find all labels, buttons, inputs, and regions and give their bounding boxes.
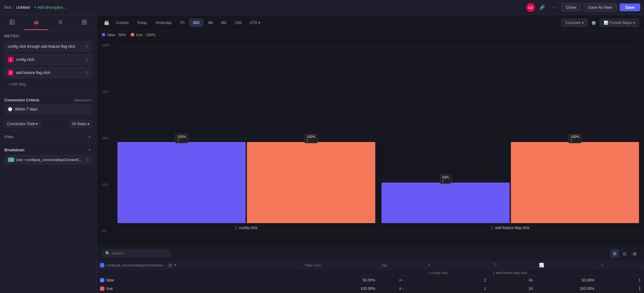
more-icon[interactable]: ···: [549, 3, 559, 12]
save-button[interactable]: Save: [620, 3, 640, 11]
table-row: ✓ false 50.00% - 2 4s 50.00%: [97, 276, 644, 285]
time-12m[interactable]: 12M: [231, 19, 245, 27]
step-item-1[interactable]: 1 config click ⋮: [4, 54, 92, 65]
compare-button[interactable]: Compare ▾: [561, 19, 588, 27]
step-1-menu[interactable]: ⋮: [85, 57, 89, 62]
within-days-item[interactable]: 🕐 Within 7 days: [4, 104, 92, 114]
time-yesterday[interactable]: Yesterday: [152, 19, 175, 27]
step-total-spacer: [301, 270, 378, 276]
time-3m[interactable]: 3M: [204, 19, 217, 27]
chart-icon: 📊: [604, 21, 608, 25]
tab-chart-icon[interactable]: [24, 15, 48, 30]
y-label-50: 50%: [102, 136, 114, 140]
breadcrumb: Test / Untitled: [4, 5, 30, 10]
metric-section: Metric config click through add feature …: [0, 30, 97, 92]
within-days-label: Within 7 days: [15, 107, 37, 111]
time-6m[interactable]: 6M: [217, 19, 230, 27]
breadcrumb-sep: /: [13, 5, 14, 10]
compare-chevron: ▾: [582, 21, 584, 25]
right-panel: 📅 Custom Today Yesterday 7D 30D 3M 6M 12…: [97, 15, 644, 293]
time-custom[interactable]: Custom: [112, 19, 132, 27]
sig-dash-true: -: [402, 286, 404, 291]
y-label-100: 100%: [102, 43, 114, 47]
row-false-sig: -: [378, 276, 425, 285]
breakdown-row: Breakdown ＋: [0, 143, 97, 155]
tab-icons: [0, 15, 97, 30]
row-false-step2-rate: 50.00%: [536, 276, 598, 285]
breakdown-add-button[interactable]: ＋: [87, 147, 92, 153]
advanced-button[interactable]: Advanced ▾: [74, 98, 92, 102]
row-true-total: 100.00%: [301, 285, 378, 293]
step-1-number: 1: [235, 226, 237, 230]
breadcrumb-root: Test: [4, 5, 11, 10]
breakdown-item-label: User • configcat_connectedAppCheckerEn..…: [16, 158, 83, 162]
col-name-text: configcat_connectedAppCheckerEna...: [106, 263, 166, 267]
table-view-icons: ⊞ ▤ ▦: [610, 249, 639, 258]
view-wide-icon[interactable]: ▦: [630, 249, 639, 258]
funnel-steps-button[interactable]: 📊 Funnel Steps ▾: [600, 19, 639, 27]
view-compact-icon[interactable]: ▤: [620, 249, 629, 258]
all-steps-button[interactable]: All Steps ▾: [69, 120, 92, 128]
step2-section-header: 2 add feature flag click: [490, 270, 644, 276]
bar-tooltip-step1-true: 100%1: [304, 134, 317, 143]
breakdown-item[interactable]: User • configcat_connectedAppCheckerEn..…: [4, 155, 92, 164]
settings-icon[interactable]: ⚙️: [589, 18, 598, 27]
step-1-chart-name: config click: [239, 226, 257, 230]
step-2-menu[interactable]: ⋮: [85, 71, 89, 75]
step-sig-spacer: [378, 270, 425, 276]
bar-step2-false: 50%1: [382, 183, 510, 223]
step-col-label: [97, 270, 301, 276]
sig-dot-true: [399, 287, 402, 290]
add-step-button[interactable]: + Add Step: [4, 80, 92, 88]
svg-rect-5: [36, 21, 37, 24]
save-as-button[interactable]: Save As New: [583, 3, 617, 12]
tab-grid-icon[interactable]: [72, 15, 97, 30]
col-expand-count[interactable]: 2: [167, 263, 172, 267]
breakdown-item-menu[interactable]: ⋮: [85, 158, 89, 162]
col-sig-text: Sig.: [382, 263, 387, 267]
col-expand-icon[interactable]: ▾: [174, 263, 176, 267]
step-2-label-row: 2 add feature flag click: [491, 226, 529, 230]
step1-count-header: #: [425, 261, 489, 270]
conversion-rate-row: Conversion Rate ▾ All Steps ▾: [0, 117, 97, 130]
view-table-icon[interactable]: ⊞: [610, 249, 619, 258]
row-false-total: 50.00%: [301, 276, 378, 285]
step2-time-header: ⏱: [490, 261, 536, 270]
search-container[interactable]: 🔍: [102, 249, 171, 257]
row-true-sig: -: [378, 285, 425, 293]
conversion-rate-button[interactable]: Conversion Rate ▾: [4, 120, 41, 128]
step-2-name: add feature flag click: [16, 71, 50, 75]
funnel-name-item[interactable]: config click through add feature flag cl…: [4, 42, 92, 51]
table-row: ✓ true 100.00% - 1 2d 100.00%: [97, 285, 644, 293]
chart-area: 100% 75% 50% 25% 0%: [97, 37, 644, 246]
bar-step1-false: 100%2: [117, 142, 246, 223]
row-false-checkbox[interactable]: ✓: [100, 278, 104, 282]
step-item-2[interactable]: 2 add feature flag click ⋮: [4, 67, 92, 78]
xtd-chevron: ▾: [258, 21, 260, 25]
bar-step2-true: 100%1: [511, 142, 639, 223]
time-today[interactable]: Today: [133, 19, 150, 27]
filter-row: Filter ＋: [0, 130, 97, 143]
row-true-checkbox[interactable]: ✓: [100, 286, 104, 291]
tab-list-icon[interactable]: [48, 15, 72, 30]
tab-table-icon[interactable]: [0, 15, 24, 30]
step-2-number: 2: [491, 226, 493, 230]
search-input[interactable]: [112, 251, 162, 256]
time-xtd[interactable]: XTD ▾: [246, 19, 263, 27]
chevron-down-icon-as: ▾: [87, 122, 89, 126]
close-button[interactable]: Close: [561, 3, 581, 12]
add-description[interactable]: + Add description...: [34, 5, 66, 10]
row-true-name: ✓ true: [97, 285, 301, 293]
time-30d[interactable]: 30D: [189, 19, 203, 27]
row-false-step2-time: 4s: [490, 276, 536, 285]
header-checkbox[interactable]: [100, 263, 104, 267]
legend-true-dot: [131, 33, 134, 36]
time-7d[interactable]: 7D: [176, 19, 188, 27]
link-icon[interactable]: 🔗: [537, 3, 547, 12]
filter-add-button[interactable]: ＋: [87, 134, 92, 140]
funnel-name-menu[interactable]: ⋮: [85, 44, 89, 49]
topbar: Test / Untitled + Add description... LS …: [0, 0, 644, 15]
legend-row: false · 50% true · 100%: [97, 31, 644, 37]
bar-tooltip-step1-false: 100%2: [175, 134, 188, 143]
col-total-text: Total Conv.: [305, 263, 322, 267]
